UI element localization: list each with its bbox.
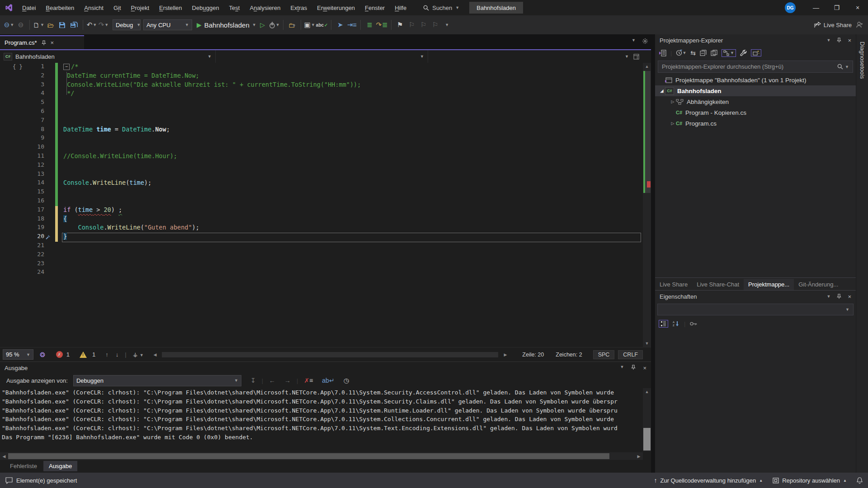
menu-analysieren[interactable]: Analysieren (245, 0, 285, 15)
code-line-5[interactable]: 5 (0, 99, 643, 108)
expanded-arrow-icon[interactable]: ◢ (659, 89, 665, 93)
error-icon[interactable]: ✗ (56, 351, 63, 358)
timestamp-clock-icon[interactable]: ◷ (344, 377, 349, 384)
output-vertical-scrollbar[interactable]: ▲ ▼ (643, 388, 651, 451)
error-count[interactable]: 1 (66, 351, 70, 358)
property-key-icon[interactable] (690, 322, 697, 326)
zoom-combo[interactable]: 95 %▼ (3, 349, 33, 360)
window-menu-chevron-icon[interactable]: ▼ (826, 294, 830, 299)
categorized-view-toggle[interactable] (659, 320, 668, 328)
code-line-20[interactable]: 20} (0, 233, 643, 242)
clear-all-icon[interactable]: ✗≡ (304, 377, 313, 384)
minimize-button[interactable]: — (806, 0, 826, 15)
menu-hilfe[interactable]: Hilfe (390, 0, 411, 15)
comment-button[interactable]: ≣ (364, 19, 375, 31)
sync-with-active-document-icon[interactable]: ⇆ (690, 49, 696, 56)
sync-selection-toggle[interactable]: ▼ (722, 49, 736, 57)
editor-horizontal-scrollbar[interactable] (162, 352, 498, 357)
code-line-4[interactable]: 4 */ (0, 89, 643, 99)
notifications-bell-icon[interactable] (857, 477, 863, 484)
column-indicator[interactable]: Zeichen: 2 (556, 352, 582, 358)
format-indent-button[interactable]: ⇥≡ (346, 19, 357, 31)
menu-test[interactable]: Test (224, 0, 245, 15)
code-line-7[interactable]: 7 (0, 117, 643, 126)
code-line-17[interactable]: 17if (time > 20) ; (0, 206, 643, 215)
code-line-11[interactable]: 11//Console.WriteLine(time.Hour); (0, 152, 643, 161)
close-tab-icon[interactable]: × (51, 39, 54, 46)
save-all-button[interactable] (69, 19, 80, 31)
collapsed-arrow-icon[interactable]: ▷ (670, 121, 676, 126)
save-to-frame-button[interactable]: ▣▼ (304, 19, 315, 31)
code-cleanup-broom-icon[interactable]: ⚶▼ (133, 351, 144, 358)
close-panel-icon[interactable]: × (848, 37, 851, 44)
code-line-23[interactable]: 23 (0, 260, 643, 269)
editor-options-gear-icon[interactable] (642, 38, 648, 44)
tab-list-chevron-icon[interactable]: ▼ (632, 38, 636, 44)
menu-datei[interactable]: Datei (17, 0, 41, 15)
menu-ansicht[interactable]: Ansicht (79, 0, 108, 15)
close-panel-icon[interactable]: × (848, 293, 851, 300)
code-line-1[interactable]: 1−/* (0, 63, 643, 72)
uncomment-button[interactable]: ↷≣ (376, 19, 387, 31)
start-without-debugging-button[interactable]: ▷ (257, 19, 268, 31)
solution-name-box[interactable]: Bahnhofsladen (469, 2, 523, 14)
menu-git[interactable]: Git (108, 0, 126, 15)
restore-button[interactable]: ❐ (826, 0, 847, 15)
code-line-14[interactable]: 14Console.WriteLine(time); (0, 179, 643, 188)
properties-object-combo[interactable]: ▼ (657, 304, 854, 315)
scrollbar-thumb[interactable] (8, 453, 609, 459)
hscroll-right-icon[interactable]: ▶ (504, 352, 507, 357)
redo-button[interactable]: ↷▼ (98, 19, 109, 31)
navigate-back-button[interactable]: ⊖▼ (4, 19, 14, 31)
solution-explorer-search[interactable]: Projektmappen-Explorer durchsuchen (Strg… (658, 61, 853, 73)
alphabetical-sort-icon[interactable]: AZ (673, 320, 679, 327)
spell-check-button[interactable]: abc✓ (316, 19, 328, 31)
menu-extras[interactable]: Extras (285, 0, 312, 15)
close-button[interactable]: × (847, 0, 868, 15)
output-text[interactable]: "Bahnhofsladen.exe" (CoreCLR: clrhost): … (2, 389, 640, 450)
window-menu-chevron-icon[interactable]: ▼ (826, 38, 830, 42)
side-tab-projektmappe-[interactable]: Projektmappe... (744, 279, 794, 290)
pin-icon[interactable] (837, 294, 841, 299)
next-bookmark-button[interactable]: ⚐ (418, 19, 429, 31)
search-control[interactable]: Suchen ▼ (423, 5, 459, 11)
pin-icon[interactable] (837, 38, 841, 43)
collapsed-arrow-icon[interactable]: ▷ (670, 99, 676, 104)
editor-vertical-scrollbar[interactable]: ▲ ▼ (643, 63, 651, 347)
code-line-19[interactable]: 19 Console.WriteLine("Guten abend"); (0, 224, 643, 233)
split-view-icon[interactable] (633, 54, 639, 60)
hscroll-left-icon[interactable]: ◀ (154, 352, 157, 357)
menu-debuggen[interactable]: Debuggen (187, 0, 224, 15)
quick-action-screwdriver-icon[interactable] (45, 234, 51, 240)
prev-bookmark-button[interactable]: ⚐ (406, 19, 417, 31)
nav-project-dropdown[interactable]: C# Bahnhofsladen ▼ (0, 50, 215, 63)
code-line-13[interactable]: 13 (0, 170, 643, 179)
pin-icon[interactable] (631, 365, 636, 370)
code-line-9[interactable]: 9 (0, 134, 643, 143)
add-to-source-control-button[interactable]: ↑ Zur Quellcodeverwaltung hinzufügen ▲ (654, 477, 763, 484)
intellicode-icon[interactable]: ❂ (40, 351, 45, 358)
selection-button[interactable]: ➤ (335, 19, 345, 31)
switch-views-icon[interactable] (659, 50, 666, 56)
menu-bearbeiten[interactable]: Bearbeiten (41, 0, 79, 15)
toggle-bookmark-button[interactable]: ⚑ (395, 19, 406, 31)
menu-erstellen[interactable]: Erstellen (154, 0, 187, 15)
side-tab-git-nderung-[interactable]: Git-Änderung... (794, 279, 843, 290)
line-indicator[interactable]: Zeile: 20 (522, 352, 544, 358)
toolbar-overflow-button[interactable]: ▼ (442, 19, 453, 31)
code-line-6[interactable]: 6 (0, 108, 643, 117)
side-tab-live-share[interactable]: Live Share (655, 279, 692, 290)
new-project-button[interactable]: 🗋▼ (33, 19, 44, 31)
close-panel-icon[interactable]: × (643, 365, 646, 371)
code-line-12[interactable]: 12 (0, 161, 643, 170)
undo-button[interactable]: ↶▼ (86, 19, 97, 31)
open-file-button[interactable]: 🗁 (45, 19, 56, 31)
clear-bookmarks-button[interactable]: ⚐ (430, 19, 441, 31)
code-line-18[interactable]: 18{ (0, 215, 643, 224)
copy-layers-icon[interactable] (711, 50, 717, 56)
word-wrap-icon[interactable]: ab↵ (322, 377, 334, 384)
tab-program-cs[interactable]: Program.cs* × (0, 35, 84, 49)
tree-item-abh-ngigkeiten[interactable]: ▷Abhängigkeiten (655, 96, 856, 107)
code-line-2[interactable]: 2 DateTime currentTime = DateTime.Now; (0, 72, 643, 81)
start-debugging-button[interactable]: ▶ Bahnhofsladen▼ (197, 19, 256, 31)
